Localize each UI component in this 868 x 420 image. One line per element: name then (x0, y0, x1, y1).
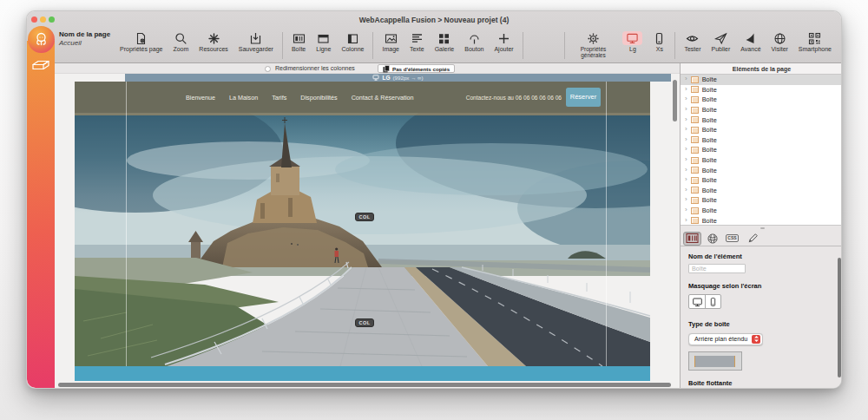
inspector-scrollbar[interactable] (838, 258, 841, 377)
element-list-item[interactable]: › Boîte (681, 215, 842, 226)
reserve-button[interactable]: Réserver (566, 88, 601, 107)
chevron-right-icon[interactable]: › (685, 196, 687, 203)
chevron-right-icon[interactable]: › (685, 217, 687, 224)
chevron-right-icon[interactable]: › (685, 106, 687, 113)
site-nav-link[interactable]: Contact & Réservation (352, 94, 414, 102)
chevron-right-icon[interactable]: › (685, 95, 687, 102)
chevron-right-icon[interactable]: › (685, 156, 687, 163)
element-list-item[interactable]: › Boîte (681, 125, 842, 135)
chevron-right-icon[interactable]: › (685, 167, 687, 174)
page-properties-button[interactable]: Propriétés page (115, 31, 168, 52)
qr-code-icon (808, 31, 821, 45)
column-guide-left (126, 82, 127, 366)
left-sidebar (27, 41, 55, 388)
tab-element[interactable] (683, 232, 701, 246)
breakpoint-xs-button[interactable]: Xs (648, 31, 671, 52)
element-list-item[interactable]: › Boîte (681, 95, 842, 105)
pages-drawer-icon[interactable] (31, 58, 50, 72)
chevron-right-icon[interactable]: › (685, 176, 687, 183)
site-preview[interactable]: BienvenueLa MaisonTarifsDisponibilitésCo… (75, 82, 650, 381)
tab-edit[interactable] (743, 232, 761, 246)
right-panel: Eléments de la page › Boîte › Boîte › (680, 63, 842, 388)
chevron-right-icon[interactable]: › (685, 116, 687, 123)
inspector-properties: Nom de l'élément Masquage selon l'écran … (681, 246, 842, 389)
horizontal-scrollbar[interactable] (58, 383, 671, 387)
toolbar-button-label: Xs (656, 46, 663, 52)
tab-css[interactable]: CSS (723, 232, 741, 246)
site-nav-link[interactable]: La Maison (229, 94, 258, 102)
element-list-item[interactable]: › Boîte (681, 85, 842, 95)
visit-button[interactable]: Visiter (766, 31, 793, 52)
desktop-icon (372, 75, 379, 81)
element-name-label: Nom de l'élément (688, 253, 835, 260)
chevron-right-icon[interactable]: › (685, 86, 687, 93)
element-list-item[interactable]: › Boîte (681, 155, 842, 166)
chevron-right-icon[interactable]: › (685, 136, 687, 143)
chevron-right-icon[interactable]: › (685, 126, 687, 133)
advanced-button[interactable]: Avancé (735, 31, 766, 52)
breakpoint-lg-button[interactable]: Lg (617, 31, 648, 52)
site-footer-strip[interactable] (75, 366, 650, 381)
chevron-right-icon[interactable]: › (685, 146, 687, 153)
toolbar-button-label: Galerie (435, 46, 455, 52)
box-icon (691, 147, 699, 154)
toolbar-button-label: Smartphone (799, 46, 832, 52)
element-list-item-label: Boîte (702, 196, 717, 204)
save-icon (249, 31, 262, 45)
element-list-item[interactable]: › Boîte (681, 75, 842, 85)
gallery-tool-button[interactable]: Galerie (430, 31, 460, 52)
site-nav-link[interactable]: Tarifs (272, 94, 286, 102)
resize-columns-toggle[interactable] (265, 66, 271, 72)
element-list-item[interactable]: › Boîte (681, 186, 842, 196)
toolbar-button-label: Propriétés générales (574, 46, 612, 59)
column-icon (346, 31, 359, 45)
box-tool-button[interactable]: Boîte (286, 31, 311, 52)
elements-panel-title: Eléments de la page (681, 63, 842, 75)
element-name-input[interactable] (688, 264, 746, 273)
element-list-item[interactable]: › Boîte (681, 165, 842, 175)
general-properties-button[interactable]: Propriétés générales (569, 31, 617, 59)
column-tool-button[interactable]: Colonne (336, 31, 369, 52)
box-type-select[interactable]: Arrière plan étendu (688, 333, 763, 345)
test-button[interactable]: Tester (679, 31, 706, 52)
panel-splitter[interactable] (681, 226, 842, 231)
zoom-button[interactable]: Zoom (168, 31, 194, 52)
column-badge[interactable]: COL (355, 213, 374, 221)
site-nav-link[interactable]: Bienvenue (186, 94, 215, 102)
site-navbar[interactable]: BienvenueLa MaisonTarifsDisponibilitésCo… (75, 82, 650, 113)
mask-mobile-button[interactable] (705, 295, 720, 308)
row-tool-button[interactable]: Ligne (311, 31, 336, 52)
text-tool-button[interactable]: Texte (404, 31, 430, 52)
box-type-value: Arrière plan étendu (694, 335, 747, 343)
resources-button[interactable]: Resources (194, 31, 233, 52)
element-list-item[interactable]: › Boîte (681, 135, 842, 146)
element-list-item[interactable]: › Boîte (681, 115, 842, 125)
button-tool-button[interactable]: Bouton (459, 31, 489, 52)
image-tool-button[interactable]: Image (377, 31, 404, 52)
chevron-right-icon[interactable]: › (685, 207, 687, 213)
publish-button[interactable]: Publier (707, 31, 736, 52)
chevron-right-icon[interactable]: › (685, 75, 687, 82)
element-list-item[interactable]: › Boîte (681, 175, 842, 186)
element-list-item[interactable]: › Boîte (681, 206, 842, 216)
clipboard-status-button[interactable]: Pas d'éléments copiés (378, 64, 455, 73)
smartphone-qr-button[interactable]: Smartphone (793, 31, 837, 52)
globe-icon (773, 31, 786, 45)
toolbar-separator (372, 32, 373, 59)
hero-image[interactable] (75, 113, 650, 366)
element-list-item-label: Boîte (702, 167, 717, 174)
element-list-item[interactable]: › Boîte (681, 105, 842, 115)
element-list-item[interactable]: › Boîte (681, 145, 842, 155)
mask-desktop-button[interactable] (689, 295, 705, 308)
vertical-scrollbar[interactable] (673, 80, 677, 121)
save-button[interactable]: Sauvegarder (233, 31, 279, 52)
splitter-handle[interactable] (760, 227, 765, 229)
breakpoint-bar[interactable]: LG (992px → ∞) (125, 74, 671, 82)
app-logo (28, 26, 55, 53)
add-element-button[interactable]: Ajouter (489, 31, 518, 52)
chevron-right-icon[interactable]: › (685, 187, 687, 194)
column-badge[interactable]: COL (355, 318, 374, 327)
tab-theme[interactable] (703, 232, 721, 246)
element-list-item[interactable]: › Boîte (681, 195, 842, 206)
site-nav-link[interactable]: Disponibilités (300, 94, 337, 102)
